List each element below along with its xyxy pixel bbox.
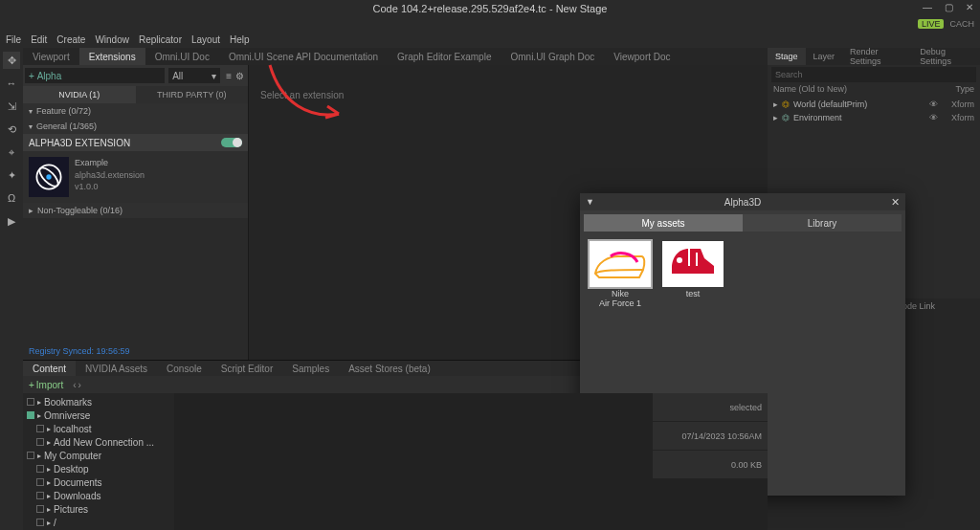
tab-content[interactable]: Content [23, 361, 76, 376]
tool-button[interactable]: ↔ [3, 75, 20, 92]
expand-box-icon[interactable] [36, 438, 44, 446]
file-info-header: selected [653, 393, 768, 422]
svg-point-4 [677, 257, 682, 263]
tree-item[interactable]: ▸Downloads [23, 489, 174, 502]
tab-nvidia-assets[interactable]: NVIDIA Assets [76, 361, 157, 376]
stage-row[interactable]: ▸⏣Environment👁Xform [768, 111, 980, 124]
menu-window[interactable]: Window [95, 34, 129, 45]
col-name[interactable]: Name (Old to New) [773, 84, 847, 98]
group-feature[interactable]: ▾ Feature (0/72) [23, 103, 248, 119]
tool-button[interactable]: ✥ [3, 52, 20, 69]
tab-thirdparty[interactable]: THIRD PARTY (0) [136, 86, 249, 103]
app-title: Code 104.2+release.295.529af2e4.tc - New… [373, 3, 608, 14]
extension-card-header[interactable]: ALPHA3D EXTENSION [23, 134, 248, 151]
tab-extensions[interactable]: Extensions [79, 48, 145, 65]
menu-help[interactable]: Help [230, 34, 250, 45]
expand-box-icon[interactable] [36, 425, 44, 432]
tool-button[interactable]: ▶ [3, 212, 20, 230]
visibility-icon[interactable]: 👁 [929, 113, 938, 122]
title-bar: Code 104.2+release.295.529af2e4.tc - New… [0, 0, 980, 17]
tree-item[interactable]: ▸Bookmarks [23, 395, 174, 409]
tab-graph-editor-example[interactable]: Graph Editor Example [388, 48, 501, 65]
tab-my-assets[interactable]: My assets [584, 214, 743, 232]
tab-console[interactable]: Console [157, 361, 212, 376]
close-icon[interactable]: ✕ [891, 196, 900, 209]
group-nontoggle[interactable]: ▸ Non-Toggleable (0/16) [23, 203, 248, 218]
tab-stage[interactable]: Stage [768, 48, 806, 65]
visibility-icon[interactable]: 👁 [929, 99, 938, 109]
tree-item[interactable]: ▸/ [23, 516, 174, 529]
annotation-arrow-icon [262, 61, 348, 128]
tab-omni-ui-graph-doc[interactable]: Omni.UI Graph Doc [501, 48, 604, 65]
status-strip: LIVE CACH [0, 17, 980, 31]
stage-search-input[interactable]: Search [771, 67, 976, 82]
tab-layer[interactable]: Layer [806, 48, 843, 65]
tab-omni-ui-doc[interactable]: Omni.UI Doc [145, 48, 219, 65]
expand-box-icon[interactable] [36, 505, 44, 513]
plus-icon: + [29, 380, 34, 390]
expand-box-icon[interactable] [36, 478, 44, 486]
import-button[interactable]: + Import ‹ › [29, 380, 81, 390]
tab-nvidia[interactable]: NVIDIA (1) [23, 86, 136, 103]
expand-box-icon[interactable] [27, 411, 34, 419]
extension-search-input[interactable]: + Alpha [25, 68, 165, 83]
extension-card[interactable]: Example alpha3d.extension v1.0.0 [23, 151, 248, 203]
close-icon[interactable]: ✕ [963, 2, 976, 12]
menu-create[interactable]: Create [56, 34, 85, 45]
asset-thumbnail [590, 241, 651, 287]
file-tree: ▸Bookmarks▸Omniverse▸localhost▸Add New C… [23, 393, 174, 530]
live-badge[interactable]: LIVE [918, 19, 945, 29]
tab-render-settings[interactable]: Render Settings [842, 48, 912, 65]
expand-box-icon[interactable] [27, 452, 34, 459]
tab-viewport[interactable]: Viewport [23, 48, 79, 65]
tree-item[interactable]: ▸Omniverse [23, 409, 174, 422]
expand-box-icon[interactable] [27, 398, 34, 406]
filter-icon[interactable]: ▼ [586, 197, 594, 207]
tree-item[interactable]: ▸Desktop [23, 462, 174, 475]
tree-item[interactable]: ▸Pictures [23, 502, 174, 516]
menu-bar: FileEditCreateWindowReplicatorLayoutHelp [0, 31, 980, 48]
prim-icon: ⏣ [782, 99, 790, 109]
chevron-left-icon[interactable]: ‹ [73, 380, 76, 390]
tab-viewport-doc[interactable]: Viewport Doc [604, 48, 679, 65]
chevron-right-icon: ▸ [773, 99, 778, 109]
menu-replicator[interactable]: Replicator [139, 34, 182, 45]
tab-library[interactable]: Library [743, 214, 902, 232]
folder-icon: ▸ [37, 411, 41, 420]
menu-edit[interactable]: Edit [31, 34, 47, 45]
gear-icon[interactable]: ⚙ [235, 71, 244, 81]
tab-debug-settings[interactable]: Debug Settings [912, 48, 980, 65]
tool-button[interactable]: ⌖ [3, 144, 20, 161]
extension-enable-toggle[interactable] [221, 138, 242, 147]
chevron-right-icon[interactable]: › [78, 380, 81, 390]
menu-layout[interactable]: Layout [191, 34, 220, 45]
chevron-down-icon: ▾ [29, 107, 33, 116]
expand-box-icon[interactable] [36, 465, 44, 473]
tree-item[interactable]: ▸localhost [23, 422, 174, 435]
stage-row[interactable]: ▸⏣World (defaultPrim)👁Xform [768, 98, 980, 111]
col-type[interactable]: Type [955, 84, 974, 98]
expand-box-icon[interactable] [36, 492, 44, 499]
folder-icon: ▸ [47, 425, 51, 433]
tree-item[interactable]: ▸Documents [23, 475, 174, 489]
group-general[interactable]: ▾ General (1/365) [23, 119, 248, 134]
tree-item[interactable]: ▸Add New Connection ... [23, 435, 174, 449]
asset-item[interactable]: test [662, 241, 724, 309]
maximize-icon[interactable]: ▢ [942, 2, 955, 12]
tab-asset-stores-beta-[interactable]: Asset Stores (beta) [339, 361, 440, 376]
tool-button[interactable]: Ω [3, 189, 20, 207]
tool-button[interactable]: ⇲ [3, 98, 20, 115]
minimize-icon[interactable]: — [921, 2, 934, 12]
asset-item[interactable]: NikeAir Force 1 [590, 241, 651, 309]
tool-button[interactable]: ⟲ [3, 121, 20, 138]
tab-script-editor[interactable]: Script Editor [212, 361, 282, 376]
extension-filter-dropdown[interactable]: All ▾ [168, 68, 220, 83]
tool-button[interactable]: ✦ [3, 166, 20, 184]
menu-file[interactable]: File [6, 34, 21, 45]
expand-box-icon[interactable] [36, 519, 44, 526]
file-grid[interactable]: selected 07/14/2023 10:56AM 0.00 KB [174, 393, 768, 530]
tree-item[interactable]: ▸My Computer [23, 449, 174, 462]
tab-samples[interactable]: Samples [282, 361, 339, 376]
asset-thumbnail [662, 241, 724, 287]
list-icon[interactable]: ≡ [226, 71, 232, 81]
